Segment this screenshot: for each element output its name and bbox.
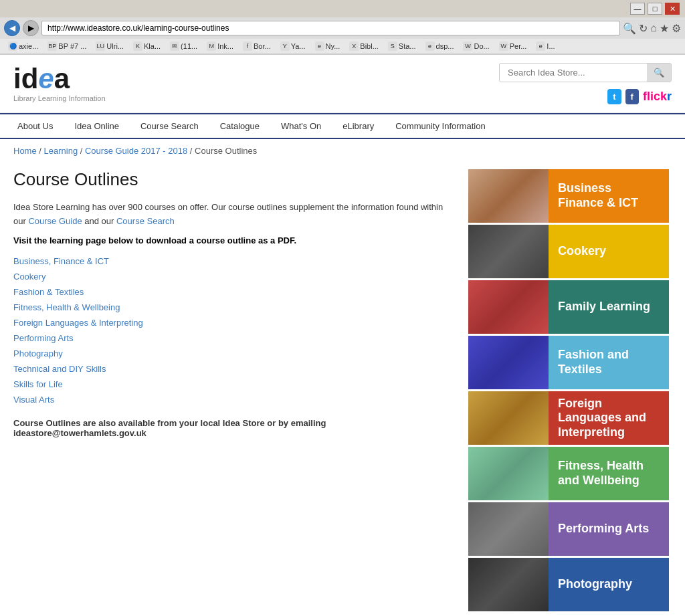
bold-note: Visit the learning page below to downloa… — [13, 235, 455, 245]
course-link[interactable]: Performing Arts — [13, 333, 455, 343]
breadcrumb-link[interactable]: Learning — [44, 146, 78, 156]
bookmark-item[interactable]: BPBP #7 ... — [43, 40, 90, 52]
tile-photo — [468, 336, 549, 389]
course-tile[interactable]: Foreign Languages and Interpreting — [468, 391, 669, 445]
bookmark-item[interactable]: eNy... — [311, 40, 345, 52]
course-link[interactable]: Visual Arts — [13, 395, 455, 405]
bookmark-item[interactable]: MInk... — [203, 40, 237, 52]
close-button[interactable]: ✕ — [665, 3, 680, 15]
content-area: Course Outlines Idea Store Learning has … — [0, 163, 685, 616]
course-tile[interactable]: Performing Arts — [468, 502, 669, 556]
twitter-icon[interactable]: t — [607, 89, 621, 104]
footer-note: Course Outlines are also available from … — [13, 418, 455, 438]
course-link[interactable]: Photography — [13, 348, 455, 358]
bookmark-item[interactable]: XBibl... — [345, 40, 383, 52]
tile-label: Fashion and Textiles — [549, 336, 669, 389]
course-link[interactable]: Fashion & Textiles — [13, 287, 455, 297]
url-bar[interactable] — [41, 21, 620, 35]
page-title: Course Outlines — [13, 169, 455, 190]
title-bar: — □ ✕ — [0, 0, 685, 17]
intro-text: Idea Store Learning has over 900 courses… — [13, 201, 455, 229]
tile-photo — [468, 225, 549, 278]
facebook-icon[interactable]: f — [625, 89, 639, 104]
footer-email[interactable]: ideastore@towerhamlets.gov.uk — [13, 428, 146, 438]
search-bar: 🔍 — [499, 63, 672, 82]
browser-search-icon[interactable]: 🔍 — [623, 22, 636, 35]
back-button[interactable]: ◀ — [4, 20, 20, 36]
nav-item[interactable]: Catalogue — [209, 114, 270, 138]
tile-photo — [468, 280, 549, 334]
course-link[interactable]: Cookery — [13, 272, 455, 282]
tile-photo — [468, 169, 549, 223]
bookmark-label: BP #7 ... — [58, 42, 86, 50]
bookmark-item[interactable]: WDo... — [459, 40, 493, 52]
bookmark-label: Do... — [474, 42, 489, 50]
course-search-link[interactable]: Course Search — [116, 216, 175, 226]
home-icon[interactable]: ⌂ — [650, 22, 657, 34]
search-input[interactable] — [500, 64, 647, 81]
header-right: 🔍 t f flickr — [499, 63, 672, 104]
breadcrumb-link[interactable]: Course Guide 2017 - 2018 — [85, 146, 187, 156]
course-link[interactable]: Skills for Life — [13, 379, 455, 389]
bookmark-label: Ink... — [217, 42, 233, 50]
logo[interactable]: idea — [13, 65, 106, 93]
bookmark-item[interactable]: edsp... — [421, 40, 458, 52]
intro-text-mid: and our — [84, 216, 114, 226]
bookmark-item[interactable]: KKla... — [129, 40, 165, 52]
forward-button[interactable]: ▶ — [23, 20, 39, 36]
course-tile[interactable]: Family Learning — [468, 280, 669, 334]
course-link[interactable]: Business, Finance & ICT — [13, 256, 455, 266]
nav-item[interactable]: Course Search — [130, 114, 209, 138]
site-wrapper: idea Library Learning Information 🔍 t f … — [0, 55, 685, 616]
course-links: Business, Finance & ICTCookeryFashion & … — [13, 256, 455, 405]
bookmark-label: Bibl... — [360, 42, 379, 50]
bookmark-item[interactable]: LUUlri... — [92, 40, 128, 52]
maximize-button[interactable]: □ — [648, 3, 662, 15]
course-tile[interactable]: Business Finance & ICT — [468, 169, 669, 223]
refresh-icon[interactable]: ↻ — [639, 22, 648, 35]
nav-item[interactable]: What's On — [270, 114, 332, 138]
search-button[interactable]: 🔍 — [647, 64, 671, 82]
browser-chrome: — □ ✕ ◀ ▶ 🔍 ↻ ⌂ ★ ⚙ 🔵axie...BPBP #7 ...L… — [0, 0, 685, 55]
course-guide-link[interactable]: Course Guide — [28, 216, 82, 226]
bookmark-item[interactable]: eI... — [532, 40, 559, 52]
course-tile[interactable]: Fitness, Health and Wellbeing — [468, 447, 669, 500]
bookmark-item[interactable]: WPer... — [495, 40, 531, 52]
right-sidebar: Business Finance & ICTCookeryFamily Lear… — [468, 169, 669, 613]
course-link[interactable]: Technical and DIY Skills — [13, 364, 455, 374]
main-nav: About UsIdea OnlineCourse SearchCatalogu… — [0, 113, 685, 139]
tile-photo — [468, 391, 549, 445]
flickr-icon[interactable]: flickr — [643, 90, 672, 104]
course-tile[interactable]: Cookery — [468, 225, 669, 278]
minimize-button[interactable]: — — [630, 3, 645, 15]
course-tile[interactable]: Photography — [468, 558, 669, 611]
bookmark-item[interactable]: SSta... — [384, 40, 420, 52]
bookmark-label: I... — [547, 42, 555, 50]
bookmark-label: Bor... — [254, 42, 271, 50]
nav-item[interactable]: eLibrary — [332, 114, 385, 138]
tile-label: Performing Arts — [549, 502, 669, 556]
course-tile[interactable]: Fashion and Textiles — [468, 336, 669, 389]
breadcrumb-separator: / — [78, 146, 85, 156]
bookmark-item[interactable]: YYa... — [276, 40, 310, 52]
nav-item[interactable]: Community Information — [385, 114, 496, 138]
course-link[interactable]: Fitness, Health & Wellbeing — [13, 302, 455, 312]
footer-note-text: Course Outlines are also available from … — [13, 418, 326, 428]
bookmark-item[interactable]: ✉(11... — [166, 40, 201, 52]
course-link[interactable]: Foreign Languages & Interpreting — [13, 318, 455, 328]
logo-area: idea Library Learning Information — [13, 65, 106, 102]
breadcrumb-separator: / — [187, 146, 195, 156]
nav-item[interactable]: About Us — [7, 114, 64, 138]
breadcrumb-separator: / — [37, 146, 44, 156]
bookmark-item[interactable]: fBor... — [239, 40, 275, 52]
nav-item[interactable]: Idea Online — [64, 114, 130, 138]
bookmark-item[interactable]: 🔵axie... — [4, 40, 42, 52]
tile-label: Cookery — [549, 225, 669, 278]
bookmark-label: (11... — [181, 42, 197, 50]
bookmark-label: Kla... — [144, 42, 161, 50]
bookmark-icon[interactable]: ★ — [660, 22, 669, 35]
tile-label: Fitness, Health and Wellbeing — [549, 447, 669, 500]
breadcrumb-link[interactable]: Home — [13, 146, 37, 156]
settings-icon[interactable]: ⚙ — [672, 22, 681, 35]
tile-photo — [468, 558, 549, 611]
